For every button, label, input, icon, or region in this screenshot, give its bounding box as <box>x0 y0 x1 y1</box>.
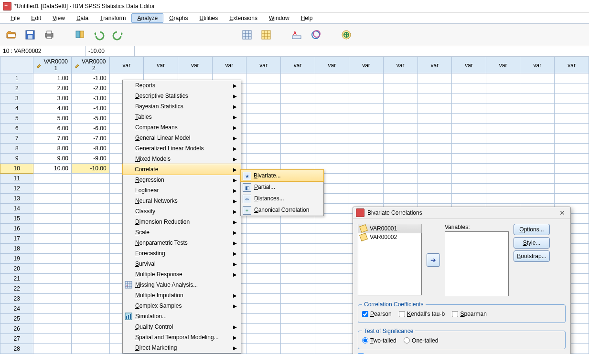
column-header-blank[interactable]: var <box>178 57 212 73</box>
data-cell[interactable] <box>246 104 281 114</box>
data-cell[interactable] <box>246 73 281 83</box>
analyze-menu-item[interactable]: Multiple Imputation▶ <box>123 290 241 301</box>
data-cell[interactable] <box>33 184 72 194</box>
row-header[interactable]: 20 <box>0 264 33 274</box>
data-cell[interactable] <box>418 174 452 184</box>
data-cell[interactable] <box>383 174 418 184</box>
data-cell[interactable] <box>246 284 281 294</box>
data-cell[interactable] <box>246 344 281 354</box>
undo-button[interactable] <box>92 28 106 42</box>
source-variable-list[interactable]: VAR00001VAR00002 <box>358 224 422 295</box>
analyze-menu-item[interactable]: Simulation... <box>123 311 241 322</box>
row-header[interactable]: 14 <box>0 204 33 214</box>
correlate-submenu-item[interactable]: Partial... <box>241 181 323 193</box>
data-cell[interactable] <box>452 83 486 94</box>
data-cell[interactable] <box>72 294 110 304</box>
row-header[interactable]: 21 <box>0 274 33 284</box>
print-button[interactable] <box>42 28 56 42</box>
data-cell[interactable]: -8.00 <box>72 144 110 154</box>
data-cell[interactable] <box>246 154 281 164</box>
row-header[interactable]: 4 <box>0 104 33 114</box>
data-cell[interactable] <box>486 144 520 154</box>
source-variable-item[interactable]: VAR00001 <box>358 224 422 233</box>
data-cell[interactable] <box>315 73 349 83</box>
data-cell[interactable] <box>33 254 72 264</box>
data-cell[interactable] <box>72 174 110 184</box>
data-cell[interactable] <box>246 94 281 104</box>
data-cell[interactable] <box>555 174 589 184</box>
data-cell[interactable]: -7.00 <box>72 134 110 144</box>
data-cell[interactable] <box>520 174 555 184</box>
analyze-menu-item[interactable]: Direct Marketing▶ <box>123 343 241 353</box>
analyze-menu-item[interactable]: General Linear Model▶ <box>123 133 241 143</box>
data-cell[interactable] <box>33 264 72 274</box>
open-button[interactable] <box>4 28 18 42</box>
row-header[interactable]: 7 <box>0 134 33 144</box>
correlate-submenu-item[interactable]: Bivariate... <box>240 169 324 182</box>
data-cell[interactable] <box>452 194 486 204</box>
analyze-menu-item[interactable]: Correlate▶ <box>122 164 241 175</box>
dialog-close-button[interactable]: ✕ <box>557 209 568 217</box>
data-cell[interactable] <box>33 304 72 314</box>
data-cell[interactable] <box>33 204 72 214</box>
bivariate-correlations-dialog[interactable]: Bivariate Correlations ✕ VAR00001VAR0000… <box>353 207 571 354</box>
menu-graphs[interactable]: Graphs <box>163 13 193 23</box>
column-header-blank[interactable]: var <box>418 57 452 73</box>
data-cell[interactable] <box>246 134 281 144</box>
data-cell[interactable] <box>280 324 315 334</box>
analyze-menu-item[interactable]: Generalized Linear Models▶ <box>123 143 241 154</box>
source-variable-item[interactable]: VAR00002 <box>358 233 421 241</box>
data-cell[interactable] <box>72 274 110 284</box>
row-header[interactable]: 26 <box>0 324 33 334</box>
data-cell[interactable] <box>555 194 589 204</box>
cell-name-box[interactable]: 10 : VAR00002 <box>0 46 86 56</box>
analyze-menu-item[interactable]: Classify▶ <box>123 206 241 217</box>
spearman-checkbox[interactable]: Spearman <box>452 311 486 317</box>
analyze-menu-item[interactable]: Tables▶ <box>123 112 241 122</box>
data-cell[interactable] <box>280 94 315 104</box>
data-cell[interactable] <box>520 73 555 83</box>
data-cell[interactable] <box>349 144 384 154</box>
data-cell[interactable] <box>72 194 110 204</box>
menu-analyze[interactable]: Analyze <box>131 13 163 23</box>
data-cell[interactable] <box>555 164 589 174</box>
data-cell[interactable] <box>555 104 589 114</box>
column-header-blank[interactable]: var <box>246 57 281 73</box>
insert-cases-button[interactable] <box>240 28 254 42</box>
data-cell[interactable] <box>555 73 589 83</box>
data-cell[interactable] <box>315 304 349 314</box>
data-cell[interactable] <box>555 94 589 104</box>
column-header-blank[interactable]: var <box>383 57 418 73</box>
data-cell[interactable] <box>315 334 349 344</box>
analyze-menu-item[interactable]: Multiple Response▶ <box>123 269 241 280</box>
row-header[interactable]: 11 <box>0 174 33 184</box>
data-cell[interactable] <box>280 254 315 264</box>
data-cell[interactable]: 4.00 <box>33 104 72 114</box>
correlate-submenu-item[interactable]: Canonical Correlation <box>241 204 323 216</box>
data-cell[interactable] <box>418 94 452 104</box>
data-cell[interactable] <box>555 184 589 194</box>
menu-file[interactable]: File <box>5 13 25 23</box>
row-header[interactable]: 18 <box>0 244 33 254</box>
data-cell[interactable] <box>315 294 349 304</box>
data-cell[interactable]: 7.00 <box>33 134 72 144</box>
data-cell[interactable] <box>246 83 281 94</box>
data-cell[interactable] <box>452 114 486 124</box>
data-cell[interactable] <box>315 134 349 144</box>
data-cell[interactable] <box>72 314 110 324</box>
analyze-menu-item[interactable]: ?Missing Value Analysis... <box>123 280 241 290</box>
data-cell[interactable] <box>486 184 520 194</box>
column-header-blank[interactable]: var <box>315 57 349 73</box>
data-cell[interactable] <box>246 224 281 234</box>
correlate-submenu-item[interactable]: Distances... <box>241 193 323 204</box>
data-cell[interactable] <box>418 114 452 124</box>
data-cell[interactable] <box>486 124 520 134</box>
data-cell[interactable] <box>555 124 589 134</box>
data-cell[interactable] <box>418 184 452 194</box>
data-cell[interactable] <box>72 304 110 314</box>
data-cell[interactable] <box>315 114 349 124</box>
data-cell[interactable] <box>246 314 281 324</box>
row-header[interactable]: 13 <box>0 194 33 204</box>
data-cell[interactable] <box>246 254 281 264</box>
column-header-blank[interactable]: var <box>349 57 384 73</box>
